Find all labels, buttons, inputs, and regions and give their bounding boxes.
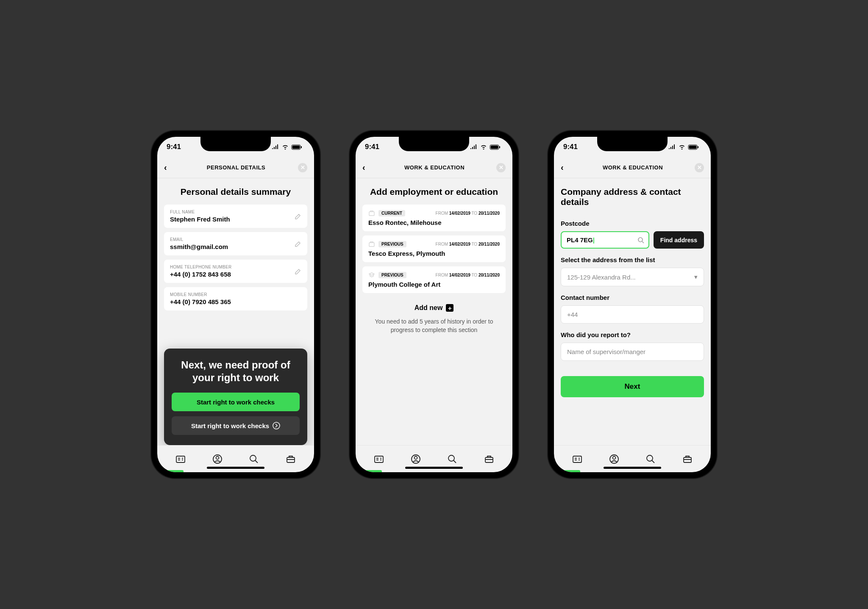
button-label: Add new [415,304,443,312]
nav-header: ‹ PERSONAL DETAILS ✕ [157,157,314,178]
status-badge: PREVIOUS [378,272,406,278]
nav-header: ‹ WORK & EDUCATION ✕ [356,157,512,178]
nav-title: WORK & EDUCATION [373,164,496,171]
svg-point-26 [647,455,653,461]
back-button[interactable]: ‹ [164,163,174,172]
home-indicator [207,467,264,469]
next-button[interactable]: Next [561,376,704,397]
tab-profile[interactable] [603,454,626,464]
tab-search[interactable] [639,454,662,464]
tab-search[interactable] [441,454,464,464]
tab-profile[interactable] [206,454,229,464]
svg-rect-4 [176,456,185,462]
status-time: 9:41 [167,143,181,151]
tab-work[interactable] [478,454,501,464]
notch [597,137,668,151]
back-button[interactable]: ‹ [362,163,373,172]
find-address-button[interactable]: Find address [654,231,704,249]
plus-icon: + [446,304,453,312]
field-full-name[interactable]: FULL NAME Stephen Fred Smith [164,205,307,228]
start-checks-primary-button[interactable]: Start right to work checks [172,393,300,411]
date-range: FROM 14/02/2019 TO 20/11/2020 [436,211,500,216]
tab-id[interactable] [566,454,589,464]
button-label: Start right to work checks [191,422,269,429]
employer-name: Plymouth College of Art [368,281,500,288]
svg-rect-14 [375,456,383,462]
bottom-sheet: Next, we need proof of your right to wor… [164,349,307,445]
back-button[interactable]: ‹ [561,163,571,172]
employer-name: Esso Rontec, Milehouse [368,219,500,226]
svg-point-22 [638,238,643,242]
svg-rect-18 [485,457,493,462]
svg-rect-1 [292,145,300,149]
field-email[interactable]: EMAIL ssmith@gmail.com [164,232,307,255]
svg-point-25 [612,456,615,459]
svg-rect-10 [491,145,498,149]
tab-indicator [364,470,382,472]
briefcase-icon [368,210,375,216]
tab-work[interactable] [676,454,699,464]
briefcase-icon [368,241,375,247]
search-icon [637,237,644,244]
tab-id[interactable] [367,454,390,464]
field-home-phone[interactable]: HOME TELEPHONE NUMBER +44 (0) 1752 843 6… [164,260,307,283]
edit-icon[interactable] [295,241,301,247]
date-range: FROM 14/02/2019 TO 20/11/2020 [436,242,500,246]
close-button[interactable]: ✕ [695,163,704,172]
field-label: FULL NAME [170,210,301,214]
close-button[interactable]: ✕ [496,163,506,172]
report-to-label: Who did you report to? [561,331,704,338]
svg-point-3 [273,422,280,429]
phone-2: 9:41 ‹ WORK & EDUCATION ✕ Add employment… [350,131,518,478]
education-item-previous[interactable]: PREVIOUS FROM 14/02/2019 TO 20/11/2020 P… [362,266,506,293]
tab-indicator [166,470,184,472]
svg-rect-8 [287,457,295,462]
helper-text: You need to add 5 years of history in or… [362,318,506,334]
phone-1: 9:41 ‹ PERSONAL DETAILS ✕ Personal detai… [151,131,320,478]
status-badge: CURRENT [378,210,405,216]
address-select[interactable]: 125-129 Alexandra Rd... ▾ [561,268,704,286]
phone-3: 9:41 ‹ WORK & EDUCATION ✕ Company addres… [548,131,717,478]
svg-rect-27 [684,457,691,462]
postcode-input[interactable]: PL4 7EG| [561,231,649,249]
svg-rect-21 [698,146,698,148]
tab-profile[interactable] [404,454,427,464]
tab-search[interactable] [242,454,265,464]
select-value: 125-129 Alexandra Rd... [567,274,636,281]
postcode-label: Postcode [561,220,704,227]
field-value: +44 (0) 1752 843 658 [170,271,301,278]
arrow-right-icon [273,422,280,429]
supervisor-input[interactable]: Name of supervisor/manger [561,343,704,361]
start-checks-secondary-button[interactable]: Start right to work checks [172,416,300,435]
contact-label: Contact number [561,294,704,301]
svg-rect-12 [369,212,374,216]
nav-header: ‹ WORK & EDUCATION ✕ [554,157,711,178]
svg-rect-2 [301,146,302,148]
employment-item-previous[interactable]: PREVIOUS FROM 14/02/2019 TO 20/11/2020 T… [362,235,506,262]
status-time: 9:41 [365,143,379,151]
add-new-button[interactable]: Add new + [362,304,506,312]
field-value: ssmith@gmail.com [170,243,301,250]
edit-icon[interactable] [295,268,301,275]
field-value: +44 (0) 7920 485 365 [170,298,301,305]
edit-icon[interactable] [295,213,301,220]
tab-id[interactable] [169,454,192,464]
svg-rect-13 [369,243,374,246]
field-mobile[interactable]: MOBILE NUMBER +44 (0) 7920 485 365 [164,287,307,310]
svg-point-7 [250,455,256,461]
svg-point-17 [448,455,454,461]
status-indicators [272,144,302,150]
contact-input[interactable]: +44 [561,305,704,324]
page-title: Company address & contact details [561,187,704,207]
svg-rect-23 [573,456,581,462]
page-title: Add employment or education [362,187,506,197]
status-badge: PREVIOUS [378,241,406,247]
field-label: MOBILE NUMBER [170,292,301,297]
field-label: EMAIL [170,237,301,242]
tab-work[interactable] [279,454,302,464]
employment-item-current[interactable]: CURRENT FROM 14/02/2019 TO 20/11/2020 Es… [362,205,506,231]
close-button[interactable]: ✕ [298,163,307,172]
notch [399,137,469,151]
svg-rect-11 [499,146,500,148]
date-range: FROM 14/02/2019 TO 20/11/2020 [436,273,500,277]
